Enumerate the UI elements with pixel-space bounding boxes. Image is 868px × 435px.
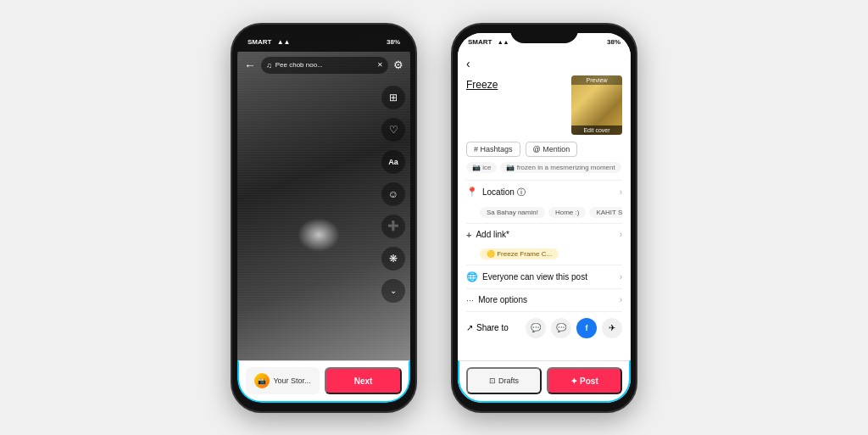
loc-option-2[interactable]: Home :): [548, 207, 586, 218]
transitions-icon[interactable]: ❋: [381, 247, 405, 270]
add-clip-icon[interactable]: ➕: [381, 215, 405, 238]
globe-icon: 🌐: [466, 271, 478, 282]
edit-cover-button[interactable]: Edit cover: [571, 125, 622, 135]
share-label: Share to: [476, 323, 509, 332]
music-note-icon: ♫: [266, 61, 272, 70]
post-content-area: ‹ Freeze Preview Edit cover # Hashtags @…: [458, 52, 631, 360]
battery-label-2: 38%: [607, 38, 620, 46]
music-title: Pee chob noo...: [275, 61, 323, 69]
stickers-icon[interactable]: ⊞: [381, 86, 405, 109]
facebook-icon[interactable]: f: [576, 318, 597, 338]
story-avatar: 📸: [254, 373, 270, 388]
right-toolbar: ⊞ ♡ Aa ☺ ➕ ❋ ⌄: [381, 86, 405, 303]
post-top-section: Freeze Preview Edit cover: [466, 75, 622, 135]
freeze-label: Freeze: [466, 75, 565, 135]
light-effect: [298, 218, 340, 252]
tags-row: # Hashtags @ Mention: [466, 142, 622, 157]
add-link-option[interactable]: + Add link* ›: [466, 223, 622, 246]
next-label: Next: [354, 376, 373, 386]
location-option[interactable]: 📍 Location ⓘ ›: [466, 180, 622, 204]
hashtag-button[interactable]: # Hashtags: [466, 142, 520, 157]
suggested-tags: 📷 ice 📷 frozen in a mesmerizing moment 📷…: [466, 162, 622, 173]
more-options-icon: ···: [466, 295, 474, 305]
next-button[interactable]: Next: [325, 367, 402, 394]
messenger-icon[interactable]: 💬: [551, 318, 571, 338]
loc-option-1[interactable]: Sa Bahay namin!: [480, 207, 545, 218]
preview-label: Preview: [571, 75, 622, 85]
hashtag-label: # Hashtags: [474, 145, 513, 153]
carrier-label-2: SMART ▲▲: [468, 38, 509, 46]
editor-screen: SMART ▲▲ 38% ← ♫ Pee chob noo... ✕ ⚙ ⊞ ♡: [237, 33, 410, 403]
post-label: ✦ Post: [570, 376, 598, 386]
drafts-icon: ⊡: [489, 376, 496, 385]
video-preview: ← ♫ Pee chob noo... ✕ ⚙ ⊞ ♡ Aa ☺ ➕ ❋ ⌄: [237, 52, 410, 360]
add-link-chevron: ›: [620, 230, 622, 239]
video-topbar: ← ♫ Pee chob noo... ✕ ⚙: [237, 52, 410, 79]
text-icon[interactable]: Aa: [381, 150, 405, 174]
add-link-icon: +: [466, 230, 471, 240]
visibility-option[interactable]: 🌐 Everyone can view this post ›: [466, 265, 622, 288]
location-icon: 📍: [466, 187, 478, 198]
location-sub-options: Sa Bahay namin! Home :) KAHIT SAAN H...: [466, 204, 622, 223]
carrier-text-2: SMART: [468, 38, 492, 46]
signal-icon: ▲▲: [277, 38, 291, 46]
post-bottom-bar: ⊡ Drafts ✦ Post: [458, 360, 631, 403]
visibility-label: Everyone can view this post: [482, 272, 620, 282]
loc-option-3[interactable]: KAHIT SAAN: [589, 207, 622, 218]
share-icon: ↗: [466, 323, 473, 332]
emoji-icon[interactable]: ☺: [381, 182, 405, 206]
share-label-area: ↗ Share to: [466, 323, 526, 332]
mention-label: @ Mention: [533, 145, 570, 153]
visibility-chevron: ›: [620, 272, 622, 282]
phone-post: SMART ▲▲ 38% ‹ Freeze Preview Edit cover: [451, 23, 637, 413]
your-story-label: Your Stor...: [273, 376, 310, 385]
back-button-post[interactable]: ‹: [466, 57, 470, 70]
status-bar-editor: SMART ▲▲ 38%: [237, 33, 410, 52]
more-options-chevron: ›: [620, 295, 622, 304]
post-screen: SMART ▲▲ 38% ‹ Freeze Preview Edit cover: [458, 33, 631, 403]
drafts-button[interactable]: ⊡ Drafts: [466, 367, 542, 394]
status-bar-post: SMART ▲▲ 38%: [458, 33, 631, 52]
music-pill[interactable]: ♫ Pee chob noo... ✕: [261, 57, 388, 74]
carrier-label: SMART ▲▲: [248, 38, 291, 46]
carrier-text: SMART: [248, 38, 271, 46]
post-button[interactable]: ✦ Post: [547, 367, 622, 394]
phone-editor: SMART ▲▲ 38% ← ♫ Pee chob noo... ✕ ⚙ ⊞ ♡: [231, 23, 417, 413]
whatsapp-icon[interactable]: 💬: [526, 318, 546, 338]
back-icon[interactable]: ←: [244, 59, 256, 72]
drafts-label: Drafts: [498, 376, 519, 385]
signal-icon-2: ▲▲: [498, 39, 509, 45]
link-pill[interactable]: 🟡 Freeze Frame C...: [480, 248, 559, 259]
link-sub-options: 🟡 Freeze Frame C...: [466, 246, 622, 265]
post-header: ‹: [466, 52, 622, 75]
add-link-label: Add link*: [476, 230, 619, 239]
share-icons-row: 💬 💬 f ✈: [526, 318, 622, 338]
more-options-label: More options: [478, 295, 619, 304]
editor-bottom-bar: 📸 Your Stor... Next: [237, 360, 410, 403]
suggested-tag-frozen[interactable]: 📷 frozen in a mesmerizing moment: [500, 162, 620, 173]
more-icon[interactable]: ⌄: [381, 279, 405, 303]
suggested-tag-ice[interactable]: 📷 ice: [466, 162, 497, 173]
mention-button[interactable]: @ Mention: [526, 142, 578, 157]
location-label: Location ⓘ: [482, 187, 620, 198]
more-options-option[interactable]: ··· More options ›: [466, 288, 622, 311]
share-row: ↗ Share to 💬 💬 f ✈: [466, 311, 622, 344]
close-music-icon[interactable]: ✕: [377, 61, 383, 69]
battery-label: 38%: [387, 38, 400, 46]
effects-icon[interactable]: ♡: [381, 118, 405, 142]
telegram-icon[interactable]: ✈: [602, 318, 622, 338]
your-story-button[interactable]: 📸 Your Stor...: [246, 367, 320, 394]
settings-icon[interactable]: ⚙: [393, 59, 403, 71]
preview-thumbnail[interactable]: Preview Edit cover: [571, 75, 622, 135]
location-chevron: ›: [620, 187, 622, 197]
